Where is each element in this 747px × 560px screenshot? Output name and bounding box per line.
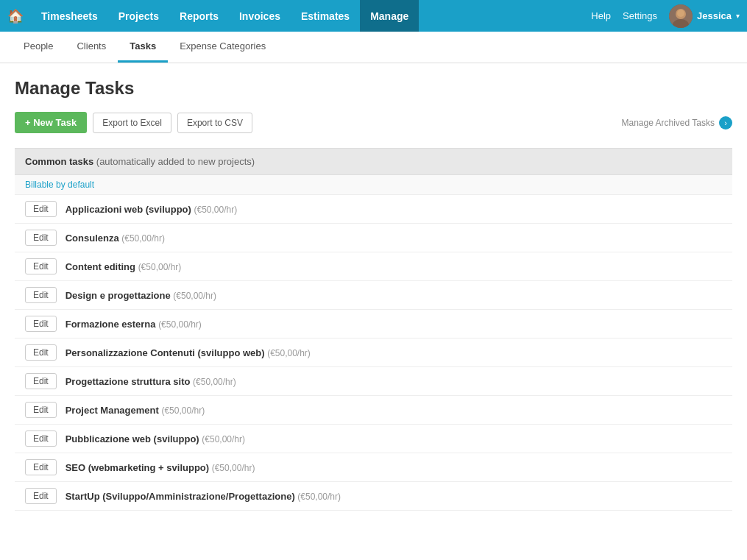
edit-button-4[interactable]: Edit: [25, 316, 57, 332]
table-row: Edit Design e progettazione (€50,00/hr): [15, 281, 732, 310]
task-rate-6: (€50,00/hr): [193, 377, 236, 387]
task-rate-4: (€50,00/hr): [158, 319, 202, 330]
edit-button-7[interactable]: Edit: [25, 402, 57, 418]
edit-button-10[interactable]: Edit: [25, 488, 57, 504]
new-task-button[interactable]: + New Task: [15, 112, 87, 133]
task-rate-2: (€50,00/hr): [138, 262, 182, 272]
toolbar-right: Manage Archived Tasks ›: [621, 116, 732, 130]
edit-button-8[interactable]: Edit: [25, 430, 57, 447]
home-icon[interactable]: 🏠: [7, 8, 24, 24]
nav-item-reports[interactable]: Reports: [169, 0, 229, 32]
settings-link[interactable]: Settings: [623, 10, 657, 21]
sub-navigation: People Clients Tasks Expense Categories: [0, 32, 747, 63]
task-rate-5: (€50,00/hr): [267, 348, 311, 358]
table-row: Edit SEO (webmarketing + sviluppo) (€50,…: [15, 453, 732, 482]
table-row: Edit Content editing (€50,00/hr): [15, 252, 732, 281]
table-row: Edit Pubblicazione web (sviluppo) (€50,0…: [15, 425, 732, 453]
task-name-7: Project Management (€50,00/hr): [66, 405, 205, 416]
subnav-item-tasks[interactable]: Tasks: [118, 32, 168, 63]
user-avatar: [669, 4, 693, 28]
edit-button-6[interactable]: Edit: [25, 373, 57, 389]
task-name-8: Pubblicazione web (sviluppo) (€50,00/hr): [66, 433, 245, 444]
task-name-2: Content editing (€50,00/hr): [66, 261, 182, 272]
nav-item-estimates[interactable]: Estimates: [291, 0, 360, 32]
main-content: Manage Tasks + New Task Export to Excel …: [0, 63, 747, 525]
task-name-1: Consulenza (€50,00/hr): [66, 233, 165, 244]
export-csv-button[interactable]: Export to CSV: [177, 113, 252, 133]
export-excel-button[interactable]: Export to Excel: [93, 113, 171, 133]
nav-items: Timesheets Projects Reports Invoices Est…: [31, 0, 591, 32]
help-link[interactable]: Help: [591, 10, 611, 21]
svg-point-3: [677, 10, 684, 17]
toolbar: + New Task Export to Excel Export to CSV…: [15, 112, 732, 133]
common-tasks-description: (automatically added to new projects): [93, 156, 255, 167]
nav-item-timesheets[interactable]: Timesheets: [31, 0, 108, 32]
nav-item-manage[interactable]: Manage: [360, 0, 419, 32]
billable-by-default-label: Billable by default: [15, 175, 732, 195]
task-rate-10: (€50,00/hr): [297, 492, 341, 502]
archive-arrow-icon[interactable]: ›: [719, 116, 732, 130]
edit-button-5[interactable]: Edit: [25, 344, 57, 361]
task-name-0: Applicazioni web (sviluppo) (€50,00/hr): [66, 204, 238, 215]
edit-button-1[interactable]: Edit: [25, 230, 57, 246]
task-name-4: Formazione esterna (€50,00/hr): [66, 319, 202, 330]
task-rate-9: (€50,00/hr): [212, 463, 255, 473]
task-rate-0: (€50,00/hr): [194, 205, 237, 215]
edit-button-9[interactable]: Edit: [25, 459, 57, 475]
user-menu[interactable]: Jessica ▾: [669, 4, 740, 28]
task-name-6: Progettazione struttura sito (€50,00/hr): [66, 376, 236, 387]
task-name-5: Personalizzazione Contenuti (sviluppo we…: [66, 347, 311, 358]
common-tasks-bold: Common tasks: [25, 156, 93, 167]
table-row: Edit Progettazione struttura sito (€50,0…: [15, 367, 732, 396]
table-row: Edit Project Management (€50,00/hr): [15, 396, 732, 425]
task-name-3: Design e progettazione (€50,00/hr): [66, 290, 216, 301]
task-rate-1: (€50,00/hr): [121, 233, 165, 244]
task-rate-7: (€50,00/hr): [161, 405, 205, 416]
top-navigation: 🏠 Timesheets Projects Reports Invoices E…: [0, 0, 747, 32]
user-name: Jessica: [697, 10, 732, 21]
edit-button-0[interactable]: Edit: [25, 201, 57, 217]
nav-item-invoices[interactable]: Invoices: [229, 0, 291, 32]
table-row: Edit Formazione esterna (€50,00/hr): [15, 310, 732, 339]
chevron-down-icon: ▾: [736, 12, 740, 20]
subnav-item-expense-categories[interactable]: Expense Categories: [168, 32, 277, 63]
task-rate-3: (€50,00/hr): [173, 291, 216, 301]
task-list: Common tasks (automatically added to new…: [15, 148, 732, 511]
table-row: Edit Consulenza (€50,00/hr): [15, 224, 732, 252]
nav-right-section: Help Settings Jessica ▾: [591, 4, 740, 28]
edit-button-2[interactable]: Edit: [25, 258, 57, 274]
page-title: Manage Tasks: [15, 78, 732, 99]
table-row: Edit Applicazioni web (sviluppo) (€50,00…: [15, 195, 732, 224]
subnav-item-clients[interactable]: Clients: [65, 32, 118, 63]
subnav-item-people[interactable]: People: [12, 32, 65, 63]
table-row: Edit StartUp (Sviluppo/Amministrazione/P…: [15, 482, 732, 511]
task-rate-8: (€50,00/hr): [202, 434, 245, 444]
task-name-10: StartUp (Sviluppo/Amministrazione/Proget…: [66, 491, 341, 502]
nav-item-projects[interactable]: Projects: [108, 0, 169, 32]
task-name-9: SEO (webmarketing + sviluppo) (€50,00/hr…: [66, 462, 255, 473]
manage-archived-link[interactable]: Manage Archived Tasks: [621, 118, 715, 128]
table-row: Edit Personalizzazione Contenuti (svilup…: [15, 339, 732, 367]
edit-button-3[interactable]: Edit: [25, 287, 57, 303]
common-tasks-banner: Common tasks (automatically added to new…: [15, 148, 732, 175]
